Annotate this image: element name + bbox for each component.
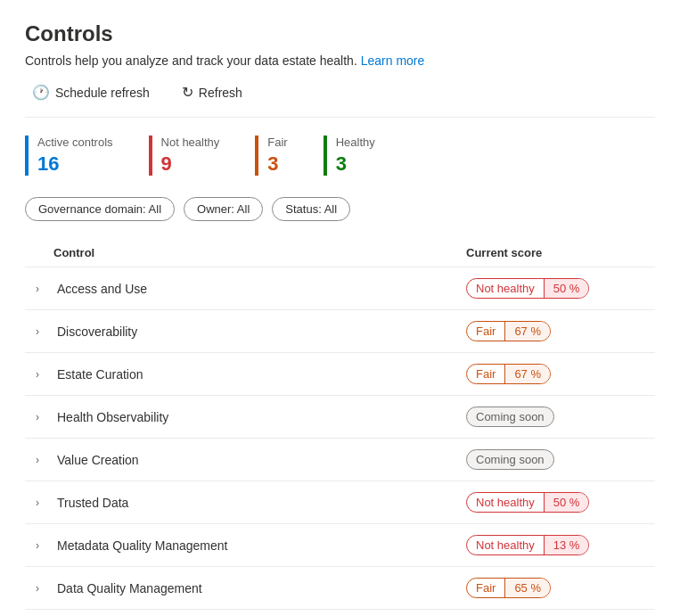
row-score: Not healthy 13 %	[466, 535, 644, 555]
stat-active-controls: Active controls 16	[25, 136, 113, 176]
filter-governance[interactable]: Governance domain: All	[25, 197, 175, 221]
schedule-refresh-label: Schedule refresh	[55, 86, 150, 100]
row-name: Estate Curation	[57, 367, 143, 382]
badge-label: Fair	[467, 579, 504, 597]
stats-row: Active controls 16 Not healthy 9 Fair 3 …	[25, 136, 655, 176]
schedule-refresh-button[interactable]: 🕐 Schedule refresh	[25, 80, 157, 104]
page-title: Controls	[25, 21, 655, 46]
chevron-right-icon: ›	[36, 497, 50, 509]
chevron-right-icon: ›	[36, 582, 50, 595]
chevron-right-icon: ›	[36, 368, 50, 381]
filters-row: Governance domain: All Owner: All Status…	[25, 197, 655, 221]
chevron-right-icon: ›	[36, 325, 50, 338]
badge-pct: 13 %	[544, 536, 589, 554]
score-badge: Not healthy 13 %	[466, 535, 589, 555]
table-row[interactable]: › Access and Use Not healthy 50 %	[25, 267, 655, 310]
stat-healthy-label: Healthy	[336, 136, 375, 149]
row-score: Fair 65 %	[466, 578, 644, 598]
clock-icon: 🕐	[32, 84, 50, 101]
table-header: Control Current score	[25, 239, 655, 267]
table-row[interactable]: › Estate Curation Fair 67 %	[25, 353, 655, 396]
table-row[interactable]: › Data Quality Management Fair 65 %	[25, 567, 655, 610]
stat-not-healthy-label: Not healthy	[161, 136, 220, 149]
col-header-score: Current score	[466, 246, 644, 259]
learn-more-link[interactable]: Learn more	[361, 53, 425, 68]
refresh-icon: ↻	[182, 84, 193, 101]
score-badge-coming-soon: Coming soon	[466, 407, 554, 427]
chevron-right-icon: ›	[36, 454, 50, 466]
badge-pct: 65 %	[504, 579, 550, 597]
filter-status[interactable]: Status: All	[272, 197, 350, 221]
row-name: Value Creation	[57, 453, 139, 467]
badge-label: Coming soon	[467, 450, 553, 469]
row-name: Trusted Data	[57, 496, 128, 510]
row-left: › Discoverability	[36, 324, 466, 339]
col-header-control: Control	[53, 246, 466, 259]
row-left: › Estate Curation	[36, 367, 466, 382]
controls-table: Control Current score › Access and Use N…	[25, 239, 655, 610]
chevron-right-icon: ›	[36, 539, 50, 552]
chevron-right-icon: ›	[36, 411, 50, 423]
row-score: Coming soon	[466, 407, 644, 427]
badge-label: Not healthy	[467, 279, 544, 298]
score-badge: Fair 65 %	[466, 578, 551, 598]
table-row[interactable]: › Trusted Data Not healthy 50 %	[25, 481, 655, 524]
score-badge-coming-soon: Coming soon	[466, 449, 554, 470]
score-badge: Fair 67 %	[466, 321, 551, 341]
table-row[interactable]: › Health Observability Coming soon	[25, 396, 655, 439]
stat-not-healthy: Not healthy 9	[149, 136, 220, 176]
badge-label: Not healthy	[467, 493, 544, 512]
row-left: › Metadata Quality Management	[36, 538, 466, 553]
badge-label: Fair	[467, 365, 504, 383]
stat-active-value: 16	[37, 152, 113, 176]
row-name: Metadata Quality Management	[57, 538, 227, 553]
badge-pct: 67 %	[504, 322, 550, 341]
badge-pct: 50 %	[544, 279, 589, 298]
badge-pct: 67 %	[504, 365, 550, 383]
badge-label: Fair	[467, 322, 504, 341]
chevron-right-icon: ›	[36, 283, 50, 295]
row-left: › Health Observability	[36, 410, 466, 424]
stat-healthy: Healthy 3	[324, 136, 375, 176]
table-row[interactable]: › Value Creation Coming soon	[25, 439, 655, 481]
row-left: › Trusted Data	[36, 496, 466, 510]
stat-fair-label: Fair	[267, 136, 287, 149]
row-name: Access and Use	[57, 282, 147, 296]
subtitle-text: Controls help you analyze and track your…	[25, 53, 357, 68]
row-score: Not healthy 50 %	[466, 492, 644, 513]
row-score: Fair 67 %	[466, 321, 644, 341]
badge-label: Not healthy	[467, 536, 544, 554]
row-left: › Data Quality Management	[36, 581, 466, 595]
row-name: Health Observability	[57, 410, 168, 424]
row-score: Fair 67 %	[466, 364, 644, 384]
row-left: › Access and Use	[36, 282, 466, 296]
stat-active-label: Active controls	[37, 136, 113, 149]
stat-not-healthy-value: 9	[161, 152, 220, 176]
stat-fair: Fair 3	[255, 136, 287, 176]
score-badge: Not healthy 50 %	[466, 278, 589, 299]
score-badge: Fair 67 %	[466, 364, 551, 384]
row-name: Data Quality Management	[57, 581, 202, 595]
row-score: Coming soon	[466, 449, 644, 470]
stat-healthy-value: 3	[336, 152, 375, 176]
row-score: Not healthy 50 %	[466, 278, 644, 299]
refresh-label: Refresh	[199, 86, 242, 100]
page-subtitle: Controls help you analyze and track your…	[25, 53, 655, 68]
table-row[interactable]: › Metadata Quality Management Not health…	[25, 524, 655, 567]
table-body: › Access and Use Not healthy 50 % › Disc…	[25, 267, 655, 610]
score-badge: Not healthy 50 %	[466, 492, 589, 513]
badge-pct: 50 %	[544, 493, 589, 512]
filter-owner[interactable]: Owner: All	[184, 197, 263, 221]
table-row[interactable]: › Discoverability Fair 67 %	[25, 310, 655, 353]
row-left: › Value Creation	[36, 453, 466, 467]
refresh-button[interactable]: ↻ Refresh	[175, 80, 250, 104]
stat-fair-value: 3	[267, 152, 287, 176]
toolbar: 🕐 Schedule refresh ↻ Refresh	[25, 80, 655, 118]
badge-label: Coming soon	[467, 407, 553, 426]
row-name: Discoverability	[57, 324, 137, 339]
